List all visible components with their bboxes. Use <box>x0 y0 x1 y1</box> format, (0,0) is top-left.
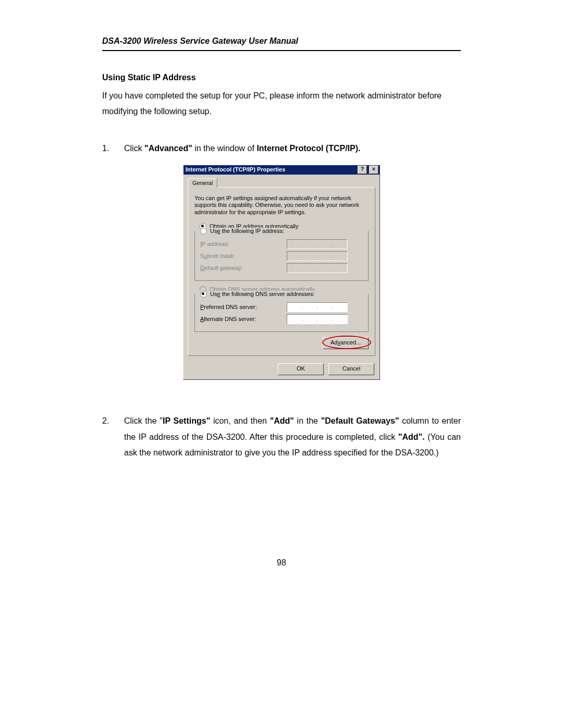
radio-use-ip[interactable] <box>200 228 207 235</box>
alternate-dns-label: Alternate DNS server: <box>200 316 284 323</box>
steps-list-2: 2. Click the "IP Settings" icon, and the… <box>102 413 461 461</box>
dialog-titlebar: Internet Protocol (TCP/IP) Properties ? … <box>183 165 380 175</box>
preferred-dns-row: Preferred DNS server: ... <box>200 302 363 312</box>
step-1-text: Click "Advanced" in the window of Intern… <box>124 141 461 156</box>
default-gateway-label: Default gateway: <box>200 265 284 272</box>
general-tab-panel: You can get IP settings assigned automat… <box>188 187 375 356</box>
step-2-text: Click the "IP Settings" icon, and then "… <box>124 413 461 461</box>
step-1: 1. Click "Advanced" in the window of Int… <box>102 141 461 156</box>
dialog-title: Internet Protocol (TCP/IP) Properties <box>186 166 356 173</box>
alternate-dns-input[interactable]: ... <box>287 314 348 324</box>
ok-button[interactable]: OK <box>278 363 324 375</box>
subnet-mask-label: Subnet mask: <box>200 253 284 260</box>
page-header: DSA-3200 Wireless Service Gateway User M… <box>102 33 461 51</box>
default-gateway-row: Default gateway: ... <box>200 263 363 273</box>
close-button[interactable]: × <box>369 166 378 174</box>
use-dns-fieldset: Use the following DNS server addresses: … <box>194 294 369 332</box>
radio-use-dns[interactable] <box>200 291 207 298</box>
dialog-footer: OK Cancel <box>183 360 380 379</box>
step-number: 2. <box>102 413 112 461</box>
step-number: 1. <box>102 141 112 156</box>
ip-address-input: ... <box>287 239 348 249</box>
default-gateway-input: ... <box>287 263 348 273</box>
help-button[interactable]: ? <box>358 166 367 174</box>
preferred-dns-input[interactable]: ... <box>287 302 348 312</box>
preferred-dns-label: Preferred DNS server: <box>200 304 284 311</box>
dialog-body: General You can get IP settings assigned… <box>183 175 380 361</box>
info-text: You can get IP settings assigned automat… <box>194 195 369 216</box>
steps-list: 1. Click "Advanced" in the window of Int… <box>102 141 461 156</box>
subnet-mask-input: ... <box>287 251 348 261</box>
subnet-mask-row: Subnet mask: ... <box>200 251 363 261</box>
tcpip-properties-dialog: Internet Protocol (TCP/IP) Properties ? … <box>183 165 380 380</box>
ip-address-row: IP address: ... <box>200 239 363 249</box>
page-number: 98 <box>102 555 461 571</box>
use-ip-fieldset: Use the following IP address: IP address… <box>194 231 369 281</box>
cancel-button[interactable]: Cancel <box>328 363 374 375</box>
section-title: Using Static IP Address <box>102 70 461 85</box>
manual-page: DSA-3200 Wireless Service Gateway User M… <box>0 0 563 602</box>
ip-address-label: IP address: <box>200 241 284 248</box>
advanced-button[interactable]: Advanced... <box>323 337 369 349</box>
tab-general[interactable]: General <box>188 178 217 188</box>
step-2: 2. Click the "IP Settings" icon, and the… <box>102 413 461 461</box>
alternate-dns-row: Alternate DNS server: ... <box>200 314 363 324</box>
advanced-row: Advanced... <box>194 337 369 349</box>
intro-paragraph: If you have completed the setup for your… <box>102 88 461 120</box>
